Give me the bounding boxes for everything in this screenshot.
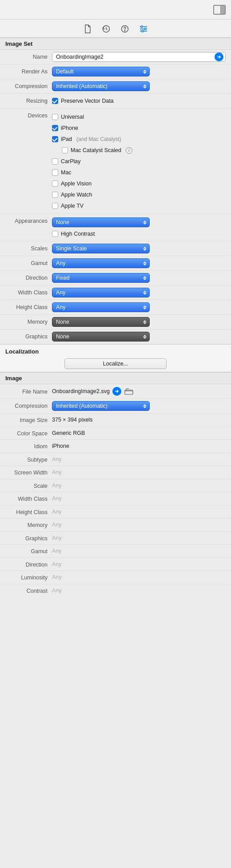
image-memory-row: Memory Any: [0, 518, 231, 532]
device-iphone-label: iPhone: [61, 125, 78, 131]
memory-select[interactable]: None: [52, 317, 150, 327]
device-ipad-checkbox[interactable]: [52, 136, 58, 142]
subtype-value: Any: [52, 455, 62, 464]
appearances-label: Appearances: [5, 217, 52, 225]
svg-point-8: [142, 30, 143, 32]
resizing-label: Resizing: [5, 96, 52, 105]
inspector-panel-icon[interactable]: [213, 5, 226, 15]
screen-width-row: Screen Width Any: [0, 466, 231, 479]
height-class-select[interactable]: Any: [52, 302, 150, 312]
device-apple-tv-checkbox[interactable]: [52, 203, 58, 209]
device-carplay-label: CarPlay: [61, 158, 80, 165]
compression-label: Compression: [5, 81, 52, 91]
localize-button[interactable]: Localize...: [64, 358, 167, 369]
device-apple-tv-row: Apple TV: [52, 201, 132, 211]
toolbar: [0, 20, 231, 38]
graphics-row: Graphics None: [0, 330, 231, 344]
device-apple-vision-checkbox[interactable]: [52, 181, 58, 187]
device-carplay-row: CarPlay: [52, 157, 132, 166]
image-memory-label: Memory: [5, 520, 52, 530]
height-class-row: Height Class Any: [0, 300, 231, 315]
image-graphics-value: Any: [52, 534, 62, 543]
device-universal-checkbox[interactable]: [52, 114, 58, 120]
graphics-select[interactable]: None: [52, 332, 150, 342]
device-universal-label: Universal: [61, 114, 84, 120]
direction-label: Direction: [5, 273, 52, 282]
device-ipad-row: iPad (and Mac Catalyst): [52, 134, 132, 144]
image-luminosity-label: Luminosity: [5, 573, 52, 582]
color-space-row: Color Space Generic RGB: [0, 427, 231, 440]
subtype-label: Subtype: [5, 455, 52, 464]
device-apple-watch-checkbox[interactable]: [52, 192, 58, 198]
scale-row: Scale Any: [0, 479, 231, 493]
memory-row: Memory None: [0, 315, 231, 330]
image-gamut-row: Gamut Any: [0, 545, 231, 558]
svg-point-7: [144, 28, 146, 30]
name-input[interactable]: OnboardingImage2: [52, 52, 226, 62]
file-name-label: File Name: [5, 387, 52, 396]
device-mac-catalyst-checkbox[interactable]: [62, 147, 68, 153]
image-size-value: 375 × 394 pixels: [52, 415, 92, 425]
image-size-row: Image Size 375 × 394 pixels: [0, 414, 231, 427]
history-icon[interactable]: [101, 24, 111, 34]
file-name-go-button[interactable]: [112, 387, 121, 396]
device-mac-checkbox[interactable]: [52, 169, 58, 176]
render-as-select[interactable]: Default: [52, 67, 150, 76]
appearances-row: Appearances None High Contrast: [0, 214, 231, 241]
direction-select[interactable]: Fixed: [52, 273, 150, 283]
graphics-label: Graphics: [5, 332, 52, 341]
image-graphics-row: Graphics Any: [0, 532, 231, 545]
image-luminosity-value: Any: [52, 573, 62, 582]
memory-label: Memory: [5, 317, 52, 326]
sliders-icon[interactable]: [139, 24, 148, 34]
file-browse-button[interactable]: [124, 386, 134, 396]
high-contrast-checkbox[interactable]: [52, 231, 58, 237]
devices-label: Devices: [5, 111, 52, 120]
appearances-select[interactable]: None: [52, 217, 150, 227]
width-class-select[interactable]: Any: [52, 288, 150, 297]
width-class-row: Width Class Any: [0, 285, 231, 300]
name-label: Name: [5, 52, 52, 61]
help-icon[interactable]: [120, 24, 130, 34]
scales-select[interactable]: Single Scale: [52, 244, 150, 253]
idiom-label: Idiom: [5, 442, 52, 451]
image-width-class-label: Width Class: [5, 494, 52, 503]
device-carplay-checkbox[interactable]: [52, 158, 58, 165]
subtype-row: Subtype Any: [0, 453, 231, 466]
name-go-button[interactable]: [215, 52, 223, 61]
device-mac-row: Mac: [52, 168, 132, 177]
image-width-class-value: Any: [52, 494, 62, 503]
compression-select[interactable]: Inherited (Automatic): [52, 81, 150, 91]
image-width-class-row: Width Class Any: [0, 492, 231, 506]
direction-row: Direction Fixed: [0, 271, 231, 285]
image-height-class-row: Height Class Any: [0, 506, 231, 519]
device-ipad-label: iPad: [61, 136, 72, 142]
svg-point-6: [141, 26, 143, 28]
image-height-class-value: Any: [52, 507, 62, 517]
scale-value: Any: [52, 481, 62, 490]
device-iphone-checkbox[interactable]: [52, 125, 58, 131]
image-set-section-header: Image Set: [0, 38, 231, 50]
device-apple-watch-row: Apple Watch: [52, 190, 132, 200]
image-direction-value: Any: [52, 560, 62, 569]
localization-header: Localization: [5, 348, 226, 355]
image-compression-select[interactable]: Inherited (Automatic): [52, 401, 150, 411]
localization-section: Localization Localize...: [0, 344, 231, 372]
preserve-vector-checkbox[interactable]: [52, 98, 58, 104]
mac-catalyst-info-icon[interactable]: i: [126, 147, 132, 154]
gamut-row: Gamut Any: [0, 256, 231, 271]
image-size-label: Image Size: [5, 415, 52, 425]
device-apple-vision-row: Apple Vision: [52, 179, 132, 189]
file-icon[interactable]: [83, 24, 92, 34]
render-as-label: Render As: [5, 67, 52, 76]
image-memory-value: Any: [52, 520, 62, 530]
device-apple-tv-label: Apple TV: [61, 203, 84, 209]
device-mac-label: Mac: [61, 169, 72, 176]
compression-row: Compression Inherited (Automatic): [0, 79, 231, 94]
device-mac-catalyst-label: Mac Catalyst Scaled: [71, 147, 121, 153]
height-class-label: Height Class: [5, 302, 52, 312]
color-space-value: Generic RGB: [52, 429, 85, 438]
gamut-select[interactable]: Any: [52, 258, 150, 268]
image-luminosity-row: Luminosity Any: [0, 571, 231, 584]
file-name-value: OnboardingImage2.svg: [52, 388, 110, 394]
